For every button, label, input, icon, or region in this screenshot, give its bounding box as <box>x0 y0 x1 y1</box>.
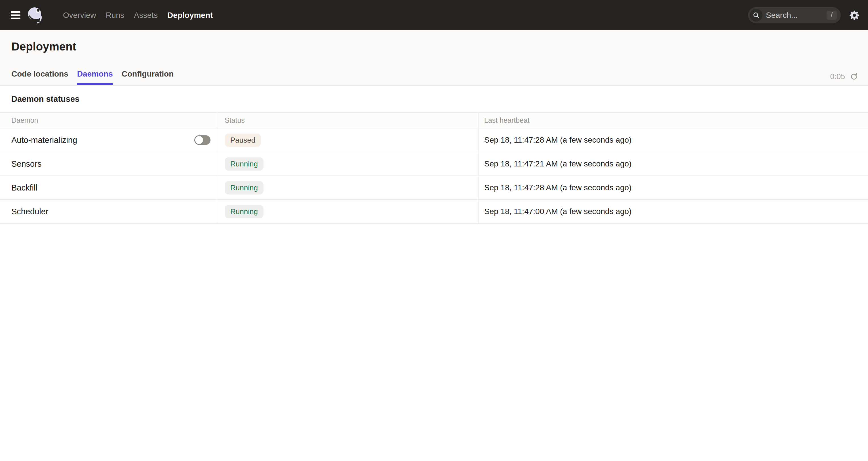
table-row: Scheduler Running Sep 18, 11:47:00 AM (a… <box>0 200 868 223</box>
top-nav-bar: Overview Runs Assets Deployment / <box>0 0 868 30</box>
last-heartbeat: Sep 18, 11:47:28 AM (a few seconds ago) <box>478 176 868 200</box>
table-row: Auto-materializing Paused Sep 18, 11:47:… <box>0 128 868 152</box>
primary-nav: Overview Runs Assets Deployment <box>63 11 213 20</box>
tab-daemons[interactable]: Daemons <box>77 69 113 85</box>
daemon-name: Auto-materializing <box>11 135 77 145</box>
last-heartbeat: Sep 18, 11:47:28 AM (a few seconds ago) <box>478 128 868 152</box>
page-header: Deployment Code locations Daemons Config… <box>0 30 868 86</box>
status-badge: Paused <box>225 134 261 147</box>
deployment-tabs: Code locations Daemons Configuration <box>11 69 858 85</box>
hamburger-icon <box>11 14 21 16</box>
column-header-last-heartbeat: Last heartbeat <box>478 112 868 128</box>
auto-materializing-toggle[interactable] <box>194 135 211 145</box>
gear-icon <box>849 10 860 21</box>
dagster-logo-icon <box>27 6 42 24</box>
hamburger-menu-button[interactable] <box>11 11 21 19</box>
search-icon <box>752 12 760 19</box>
daemon-name: Scheduler <box>11 207 49 216</box>
section-heading: Daemon statuses <box>0 86 868 104</box>
global-search[interactable]: / <box>748 7 841 23</box>
nav-item-deployment[interactable]: Deployment <box>167 11 213 20</box>
column-header-status: Status <box>217 112 478 128</box>
page-title: Deployment <box>11 30 858 53</box>
refresh-icon <box>849 72 858 81</box>
tab-code-locations[interactable]: Code locations <box>11 69 68 85</box>
daemon-name: Backfill <box>11 183 37 192</box>
status-badge: Running <box>225 157 264 171</box>
hamburger-icon <box>11 18 21 19</box>
table-row: Sensors Running Sep 18, 11:47:21 AM (a f… <box>0 152 868 176</box>
table-header-row: Daemon Status Last heartbeat <box>0 112 868 128</box>
daemons-content: Daemon statuses Daemon Status Last heart… <box>0 86 868 224</box>
search-input[interactable] <box>766 11 824 20</box>
nav-item-runs[interactable]: Runs <box>106 11 124 20</box>
status-badge: Running <box>225 181 264 195</box>
column-header-daemon: Daemon <box>0 112 217 128</box>
search-icon-disc <box>750 9 763 22</box>
last-heartbeat: Sep 18, 11:47:21 AM (a few seconds ago) <box>478 152 868 176</box>
nav-item-overview[interactable]: Overview <box>63 11 96 20</box>
auto-refresh-control: 0:05 <box>830 72 858 81</box>
refresh-button[interactable] <box>849 72 858 81</box>
daemon-status-table: Daemon Status Last heartbeat Auto-materi… <box>0 112 868 224</box>
search-shortcut-badge: / <box>827 11 837 20</box>
daemon-name: Sensors <box>11 159 41 168</box>
hamburger-icon <box>11 11 21 13</box>
toggle-knob <box>195 136 203 144</box>
nav-item-assets[interactable]: Assets <box>134 11 158 20</box>
table-row: Backfill Running Sep 18, 11:47:28 AM (a … <box>0 176 868 200</box>
status-badge: Running <box>225 205 264 218</box>
last-heartbeat: Sep 18, 11:47:00 AM (a few seconds ago) <box>478 200 868 223</box>
tab-configuration[interactable]: Configuration <box>122 69 174 85</box>
settings-button[interactable] <box>849 10 860 21</box>
dagster-logo[interactable] <box>27 6 42 24</box>
refresh-countdown: 0:05 <box>830 72 845 81</box>
